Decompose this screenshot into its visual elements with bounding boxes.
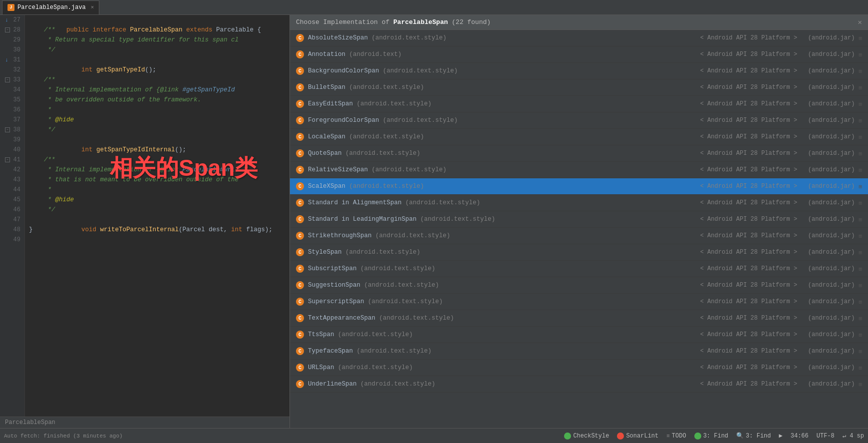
- impl-item-nav-icon[interactable]: ⊞: [859, 101, 862, 107]
- code-line-44: *: [29, 185, 286, 195]
- fold-38[interactable]: -: [5, 127, 10, 132]
- impl-item-nav-icon[interactable]: ⊞: [859, 68, 862, 74]
- impl-list-item[interactable]: CLocaleSpan (android.text.style)< Androi…: [290, 129, 868, 145]
- impl-list-item[interactable]: CQuoteSpan (android.text.style)< Android…: [290, 145, 868, 162]
- impl-list-item[interactable]: CAbsoluteSizeSpan (android.text.style)< …: [290, 30, 868, 46]
- impl-item-source: < Android API 28 Platform > (android.jar…: [700, 348, 855, 355]
- status-statistic[interactable]: 3: Find: [694, 433, 728, 440]
- impl-list-item[interactable]: CBackgroundColorSpan (android.text.style…: [290, 63, 868, 79]
- impl-close-button[interactable]: ✕: [858, 18, 862, 26]
- impl-list-item[interactable]: CURLSpan (android.text.style)< Android A…: [290, 360, 868, 376]
- impl-item-nav-icon[interactable]: ⊞: [859, 233, 862, 239]
- impl-item-nav-icon[interactable]: ⊞: [859, 315, 862, 322]
- impl-list-item[interactable]: CUnderlineSpan (android.text.style)< And…: [290, 376, 868, 393]
- impl-item-icon: C: [296, 34, 304, 42]
- impl-item-name: EasyEditSpan (android.text.style): [308, 100, 694, 107]
- impl-list-item[interactable]: CScaleXSpan (android.text.style)< Androi…: [290, 178, 868, 195]
- impl-list-item[interactable]: CEasyEditSpan (android.text.style)< Andr…: [290, 96, 868, 112]
- impl-list-item[interactable]: CForegroundColorSpan (android.text.style…: [290, 112, 868, 129]
- gutter-down-27[interactable]: ↓: [5, 15, 8, 25]
- impl-list-item[interactable]: CRelativeSizeSpan (android.text.style)< …: [290, 162, 868, 178]
- impl-item-nav-icon[interactable]: ⊞: [859, 348, 862, 355]
- status-checkstyle[interactable]: CheckStyle: [564, 433, 609, 440]
- impl-item-nav-icon[interactable]: ⊞: [859, 266, 862, 272]
- tab-close-icon[interactable]: ×: [91, 4, 94, 10]
- fold-33[interactable]: -: [5, 77, 10, 82]
- code-line-31: int getSpanTypeId();: [29, 55, 286, 65]
- impl-item-source: < Android API 28 Platform > (android.jar…: [700, 100, 855, 107]
- gutter-down-31[interactable]: ↓: [5, 55, 8, 65]
- impl-list-item[interactable]: CTypefaceSpan (android.text.style)< Andr…: [290, 343, 868, 360]
- impl-item-nav-icon[interactable]: ⊞: [859, 365, 862, 371]
- fold-41[interactable]: -: [5, 157, 10, 162]
- impl-item-nav-icon[interactable]: ⊞: [859, 35, 862, 41]
- code-line-45: * @hide: [29, 195, 286, 205]
- impl-item-icon: C: [296, 380, 304, 388]
- impl-list-item[interactable]: CTextAppearanceSpan (android.text.style)…: [290, 310, 868, 327]
- status-todo[interactable]: ≡ TODO: [666, 433, 686, 440]
- checkstyle-icon: [564, 433, 571, 440]
- fold-28[interactable]: -: [5, 27, 10, 32]
- impl-list-item[interactable]: CTtsSpan (android.text.style)< Android A…: [290, 327, 868, 343]
- impl-list-item[interactable]: CSubscriptSpan (android.text.style)< And…: [290, 261, 868, 277]
- file-position: 34:66: [791, 433, 809, 440]
- impl-item-nav-icon[interactable]: ⊞: [859, 381, 862, 388]
- code-lines[interactable]: public interface ParcelableSpan extends …: [25, 15, 289, 417]
- impl-item-nav-icon[interactable]: ⊞: [859, 84, 862, 91]
- impl-item-nav-icon[interactable]: ⊞: [859, 216, 862, 223]
- code-line-36: *: [29, 105, 286, 115]
- impl-item-name: TextAppearanceSpan (android.text.style): [308, 315, 694, 322]
- impl-list-item[interactable]: CAnnotation (android.text)< Android API …: [290, 46, 868, 63]
- impl-item-name: TypefaceSpan (android.text.style): [308, 348, 694, 355]
- impl-item-name: URLSpan (android.text.style): [308, 364, 694, 371]
- impl-item-nav-icon[interactable]: ⊞: [859, 332, 862, 338]
- impl-item-name: SuperscriptSpan (android.text.style): [308, 298, 694, 305]
- impl-item-icon: C: [296, 182, 304, 190]
- impl-list-item[interactable]: CStyleSpan (android.text.style)< Android…: [290, 244, 868, 261]
- file-info-bar: ParcelableSpan: [0, 417, 289, 428]
- status-sonarlint[interactable]: SonarLint: [617, 433, 658, 440]
- code-line-27: public interface ParcelableSpan extends …: [29, 15, 286, 25]
- impl-item-name: TtsSpan (android.text.style): [308, 331, 694, 338]
- impl-item-icon: C: [296, 232, 304, 240]
- impl-list-item[interactable]: CStandard in AlignmentSpan (android.text…: [290, 195, 868, 211]
- impl-list-item[interactable]: CSuggestionSpan (android.text.style)< An…: [290, 277, 868, 294]
- impl-item-name: UnderlineSpan (android.text.style): [308, 381, 694, 388]
- impl-item-name: StrikethroughSpan (android.text.style): [308, 232, 694, 239]
- impl-item-name: ScaleXSpan (android.text.style): [308, 183, 694, 190]
- impl-list-item[interactable]: CBulletSpan (android.text.style)< Androi…: [290, 79, 868, 96]
- impl-item-icon: C: [296, 50, 304, 58]
- impl-item-icon: C: [296, 331, 304, 339]
- impl-item-source: < Android API 28 Platform > (android.jar…: [700, 381, 855, 388]
- impl-item-nav-icon[interactable]: ⊞: [859, 150, 862, 157]
- impl-panel: Choose Implementation of ParcelableSpan …: [289, 15, 868, 428]
- status-bar: Auto fetch: finished (3 minutes ago) Che…: [0, 428, 868, 443]
- impl-item-source: < Android API 28 Platform > (android.jar…: [700, 183, 855, 190]
- impl-list-item[interactable]: CSuperscriptSpan (android.text.style)< A…: [290, 294, 868, 310]
- tab-parcelablespan[interactable]: J ParcelableSpan.java ×: [2, 0, 99, 14]
- impl-item-nav-icon[interactable]: ⊞: [859, 249, 862, 256]
- impl-list-item[interactable]: CStandard in LeadingMarginSpan (android.…: [290, 211, 868, 228]
- impl-item-icon: C: [296, 100, 304, 108]
- impl-item-nav-icon[interactable]: ⊞: [859, 200, 862, 206]
- todo-label: TODO: [672, 433, 686, 440]
- impl-item-nav-icon[interactable]: ⊞: [859, 51, 862, 58]
- impl-item-name: AbsoluteSizeSpan (android.text.style): [308, 34, 694, 41]
- impl-item-nav-icon[interactable]: ⊞: [859, 183, 862, 190]
- impl-list-item[interactable]: CStrikethroughSpan (android.text.style)<…: [290, 228, 868, 244]
- status-arrow[interactable]: ▶: [779, 432, 783, 440]
- impl-item-nav-icon[interactable]: ⊞: [859, 282, 862, 289]
- impl-item-nav-icon[interactable]: ⊞: [859, 134, 862, 140]
- impl-item-nav-icon[interactable]: ⊞: [859, 299, 862, 305]
- impl-item-source: < Android API 28 Platform > (android.jar…: [700, 282, 855, 289]
- impl-item-icon: C: [296, 364, 304, 372]
- encoding-text: UTF-8: [817, 433, 835, 440]
- impl-item-nav-icon[interactable]: ⊞: [859, 117, 862, 124]
- impl-item-name: Standard in AlignmentSpan (android.text.…: [308, 199, 694, 206]
- impl-item-nav-icon[interactable]: ⊞: [859, 167, 862, 173]
- line-27: 27 ↓: [4, 15, 20, 25]
- impl-header: Choose Implementation of ParcelableSpan …: [290, 15, 868, 30]
- status-find[interactable]: 🔍 3: Find: [736, 432, 771, 440]
- impl-item-name: SubscriptSpan (android.text.style): [308, 265, 694, 272]
- impl-item-icon: C: [296, 133, 304, 141]
